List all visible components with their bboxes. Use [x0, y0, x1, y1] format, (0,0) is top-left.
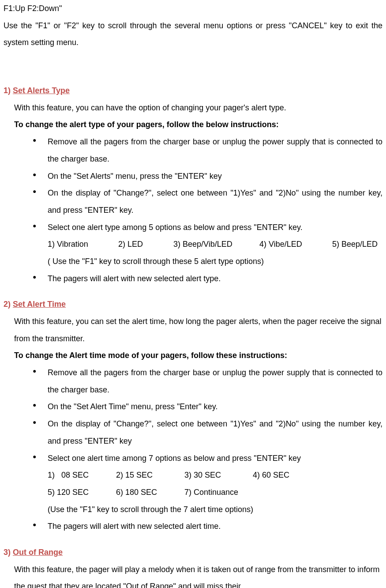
section-heading: 3) Out of Range — [4, 544, 382, 561]
section-intro: With this feature, you can have the opti… — [14, 99, 382, 117]
option: 5) 120 SEC — [48, 484, 114, 501]
list-item: On the "Set Alert Time" menu, press "Ent… — [30, 398, 382, 415]
option: 6) 180 SEC — [116, 484, 182, 501]
option: 5) Beep/LED — [332, 236, 378, 253]
list-item: On the display of "Change?", select one … — [30, 185, 382, 219]
option: 7) Continuance — [184, 484, 238, 501]
list-item: Remove all the pagers from the charger b… — [30, 364, 382, 398]
list-item: On the display of "Change?", select one … — [30, 415, 382, 449]
list-item: The pagers will alert with new selected … — [30, 270, 382, 287]
list-item: Select one alert time among 7 options as… — [30, 450, 382, 467]
option: 4) 60 SEC — [253, 467, 289, 484]
option: 4) Vibe/LED — [259, 236, 330, 253]
list-item: Select one alert type among 5 options as… — [30, 219, 382, 270]
heading-number: 1) — [4, 86, 13, 95]
section-heading: 2) Set Alert Time — [4, 296, 382, 313]
option: 1) 08 SEC — [48, 467, 114, 484]
section-instruction-header: To change the Alert time mode of your pa… — [14, 347, 382, 364]
body-line: Use the "F1" or "F2" key to scroll throu… — [4, 17, 382, 51]
list-item: The pagers will alert with new selected … — [30, 518, 382, 535]
option: 3) 30 SEC — [184, 467, 251, 484]
heading-title: Out of Range — [13, 548, 63, 557]
section-instruction-header: To change the alert type of your pagers,… — [14, 116, 382, 133]
section-heading: 1) Set Alerts Type — [4, 82, 382, 99]
section-intro: With this feature, you can set the alert… — [14, 313, 382, 347]
heading-number: 2) — [4, 300, 13, 309]
list-item-text: Select one alert type among 5 options as… — [48, 223, 303, 232]
options-row: 5) 120 SEC 6) 180 SEC 7) Continuance — [48, 484, 382, 501]
option: 2) 15 SEC — [116, 467, 182, 484]
options-row: 1) 08 SEC 2) 15 SEC 3) 30 SEC 4) 60 SEC — [48, 467, 382, 484]
heading-title: Set Alert Time — [13, 300, 66, 309]
list-item: Remove all the pagers from the charger b… — [30, 133, 382, 167]
options-note: ( Use the "F1" key to scroll through the… — [48, 253, 382, 270]
options-note: (Use the "F1" key to scroll through the … — [48, 501, 382, 518]
option: 3) Beep/Vib/LED — [173, 236, 257, 253]
options-row: 1) Vibration 2) LED 3) Beep/Vib/LED 4) V… — [48, 236, 382, 253]
option: 2) LED — [118, 236, 171, 253]
option: 1) Vibration — [48, 236, 116, 253]
body-line: F1:Up F2:Down" — [4, 0, 382, 17]
heading-title: Set Alerts Type — [13, 86, 70, 95]
heading-number: 3) — [4, 548, 13, 557]
list-item: On the "Set Alerts" menu, press the "ENT… — [30, 168, 382, 185]
section-intro: With this feature, the pager will play a… — [14, 561, 382, 588]
